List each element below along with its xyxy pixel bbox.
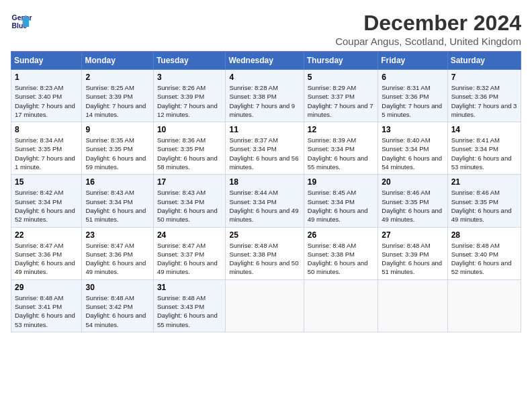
calendar-cell: [304, 279, 378, 332]
calendar-cell: 19 Sunrise: 8:45 AM Sunset: 3:34 PM Dayl…: [304, 175, 378, 227]
day-info: Sunrise: 8:29 AM Sunset: 3:37 PM Dayligh…: [308, 83, 374, 119]
day-number: 23: [85, 230, 149, 240]
day-number: 25: [229, 230, 300, 240]
day-info: Sunrise: 8:34 AM Sunset: 3:35 PM Dayligh…: [15, 136, 78, 171]
day-info: Sunrise: 8:26 AM Sunset: 3:39 PM Dayligh…: [157, 83, 222, 119]
day-number: 13: [382, 125, 443, 134]
calendar-cell: [447, 279, 521, 332]
day-info: Sunrise: 8:32 AM Sunset: 3:36 PM Dayligh…: [451, 83, 517, 119]
day-info: Sunrise: 8:41 AM Sunset: 3:34 PM Dayligh…: [451, 136, 517, 171]
day-number: 17: [157, 177, 222, 187]
header: General Blue December 2024 Coupar Angus,…: [11, 11, 521, 47]
day-info: Sunrise: 8:48 AM Sunset: 3:38 PM Dayligh…: [308, 241, 374, 277]
day-number: 22: [15, 230, 78, 240]
day-header-sunday: Sunday: [11, 52, 82, 70]
day-info: Sunrise: 8:46 AM Sunset: 3:35 PM Dayligh…: [451, 188, 517, 224]
week-row-3: 15 Sunrise: 8:42 AM Sunset: 3:34 PM Dayl…: [11, 175, 521, 227]
day-header-monday: Monday: [82, 52, 153, 70]
calendar-cell: 16 Sunrise: 8:43 AM Sunset: 3:34 PM Dayl…: [82, 175, 153, 227]
calendar-cell: 2 Sunrise: 8:25 AM Sunset: 3:39 PM Dayli…: [82, 70, 153, 122]
day-number: 18: [229, 177, 300, 187]
day-number: 5: [308, 73, 374, 82]
day-info: Sunrise: 8:43 AM Sunset: 3:34 PM Dayligh…: [157, 188, 222, 224]
calendar-cell: 24 Sunrise: 8:47 AM Sunset: 3:37 PM Dayl…: [153, 227, 226, 279]
day-info: Sunrise: 8:23 AM Sunset: 3:40 PM Dayligh…: [15, 83, 78, 119]
week-row-5: 29 Sunrise: 8:48 AM Sunset: 3:41 PM Dayl…: [11, 279, 521, 332]
calendar-cell: 9 Sunrise: 8:35 AM Sunset: 3:35 PM Dayli…: [82, 122, 153, 175]
day-number: 3: [157, 73, 222, 82]
day-number: 8: [15, 125, 78, 134]
day-info: Sunrise: 8:47 AM Sunset: 3:36 PM Dayligh…: [85, 241, 149, 277]
day-info: Sunrise: 8:47 AM Sunset: 3:36 PM Dayligh…: [15, 241, 78, 277]
day-number: 4: [229, 73, 300, 82]
calendar-cell: 10 Sunrise: 8:36 AM Sunset: 3:35 PM Dayl…: [153, 122, 226, 175]
day-info: Sunrise: 8:45 AM Sunset: 3:34 PM Dayligh…: [308, 188, 374, 224]
day-number: 2: [85, 73, 149, 82]
day-info: Sunrise: 8:46 AM Sunset: 3:35 PM Dayligh…: [382, 188, 443, 224]
calendar-cell: 17 Sunrise: 8:43 AM Sunset: 3:34 PM Dayl…: [153, 175, 226, 227]
calendar-cell: 8 Sunrise: 8:34 AM Sunset: 3:35 PM Dayli…: [11, 122, 82, 175]
day-number: 6: [382, 73, 443, 82]
day-header-friday: Friday: [378, 52, 447, 70]
calendar-cell: 3 Sunrise: 8:26 AM Sunset: 3:39 PM Dayli…: [153, 70, 226, 122]
day-info: Sunrise: 8:40 AM Sunset: 3:34 PM Dayligh…: [382, 136, 443, 171]
day-info: Sunrise: 8:39 AM Sunset: 3:34 PM Dayligh…: [308, 136, 374, 171]
day-number: 28: [451, 230, 517, 240]
calendar-cell: 18 Sunrise: 8:44 AM Sunset: 3:34 PM Dayl…: [226, 175, 304, 227]
day-info: Sunrise: 8:43 AM Sunset: 3:34 PM Dayligh…: [85, 188, 149, 224]
day-info: Sunrise: 8:28 AM Sunset: 3:38 PM Dayligh…: [229, 83, 300, 119]
day-info: Sunrise: 8:35 AM Sunset: 3:35 PM Dayligh…: [85, 136, 149, 171]
week-row-2: 8 Sunrise: 8:34 AM Sunset: 3:35 PM Dayli…: [11, 122, 521, 175]
calendar-cell: [226, 279, 304, 332]
calendar-cell: 6 Sunrise: 8:31 AM Sunset: 3:36 PM Dayli…: [378, 70, 447, 122]
day-info: Sunrise: 8:37 AM Sunset: 3:34 PM Dayligh…: [229, 136, 300, 171]
calendar-cell: 25 Sunrise: 8:48 AM Sunset: 3:38 PM Dayl…: [226, 227, 304, 279]
day-header-saturday: Saturday: [447, 52, 521, 70]
day-info: Sunrise: 8:36 AM Sunset: 3:35 PM Dayligh…: [157, 136, 222, 171]
calendar-cell: 31 Sunrise: 8:48 AM Sunset: 3:43 PM Dayl…: [153, 279, 226, 332]
day-number: 29: [15, 283, 78, 292]
calendar-subtitle: Coupar Angus, Scotland, United Kingdom: [335, 36, 521, 47]
day-header-thursday: Thursday: [304, 52, 378, 70]
day-info: Sunrise: 8:48 AM Sunset: 3:38 PM Dayligh…: [229, 241, 300, 277]
day-number: 15: [15, 177, 78, 187]
day-number: 12: [308, 125, 374, 134]
day-info: Sunrise: 8:44 AM Sunset: 3:34 PM Dayligh…: [229, 188, 300, 224]
calendar-cell: 11 Sunrise: 8:37 AM Sunset: 3:34 PM Dayl…: [226, 122, 304, 175]
calendar-cell: 27 Sunrise: 8:48 AM Sunset: 3:39 PM Dayl…: [378, 227, 447, 279]
calendar-cell: 15 Sunrise: 8:42 AM Sunset: 3:34 PM Dayl…: [11, 175, 82, 227]
day-number: 20: [382, 177, 443, 187]
day-number: 9: [85, 125, 149, 134]
calendar-cell: 20 Sunrise: 8:46 AM Sunset: 3:35 PM Dayl…: [378, 175, 447, 227]
week-row-1: 1 Sunrise: 8:23 AM Sunset: 3:40 PM Dayli…: [11, 70, 521, 122]
calendar-cell: 30 Sunrise: 8:48 AM Sunset: 3:42 PM Dayl…: [82, 279, 153, 332]
day-number: 14: [451, 125, 517, 134]
calendar-cell: 4 Sunrise: 8:28 AM Sunset: 3:38 PM Dayli…: [226, 70, 304, 122]
calendar-title: December 2024: [335, 11, 521, 36]
calendar-cell: 13 Sunrise: 8:40 AM Sunset: 3:34 PM Dayl…: [378, 122, 447, 175]
calendar-cell: 28 Sunrise: 8:48 AM Sunset: 3:40 PM Dayl…: [447, 227, 521, 279]
week-row-4: 22 Sunrise: 8:47 AM Sunset: 3:36 PM Dayl…: [11, 227, 521, 279]
calendar-cell: 12 Sunrise: 8:39 AM Sunset: 3:34 PM Dayl…: [304, 122, 378, 175]
day-number: 27: [382, 230, 443, 240]
day-number: 31: [157, 283, 222, 292]
days-header-row: SundayMondayTuesdayWednesdayThursdayFrid…: [11, 52, 521, 70]
day-number: 11: [229, 125, 300, 134]
calendar-cell: 29 Sunrise: 8:48 AM Sunset: 3:41 PM Dayl…: [11, 279, 82, 332]
day-number: 21: [451, 177, 517, 187]
calendar-cell: 22 Sunrise: 8:47 AM Sunset: 3:36 PM Dayl…: [11, 227, 82, 279]
day-header-wednesday: Wednesday: [226, 52, 304, 70]
day-number: 26: [308, 230, 374, 240]
day-number: 10: [157, 125, 222, 134]
day-info: Sunrise: 8:48 AM Sunset: 3:43 PM Dayligh…: [157, 293, 222, 329]
day-info: Sunrise: 8:48 AM Sunset: 3:41 PM Dayligh…: [15, 293, 78, 329]
logo-icon: General Blue: [11, 11, 32, 32]
calendar-cell: [378, 279, 447, 332]
day-number: 24: [157, 230, 222, 240]
day-number: 19: [308, 177, 374, 187]
title-area: December 2024 Coupar Angus, Scotland, Un…: [335, 11, 521, 47]
day-header-tuesday: Tuesday: [153, 52, 226, 70]
calendar-cell: 1 Sunrise: 8:23 AM Sunset: 3:40 PM Dayli…: [11, 70, 82, 122]
calendar-cell: 26 Sunrise: 8:48 AM Sunset: 3:38 PM Dayl…: [304, 227, 378, 279]
calendar-cell: 5 Sunrise: 8:29 AM Sunset: 3:37 PM Dayli…: [304, 70, 378, 122]
